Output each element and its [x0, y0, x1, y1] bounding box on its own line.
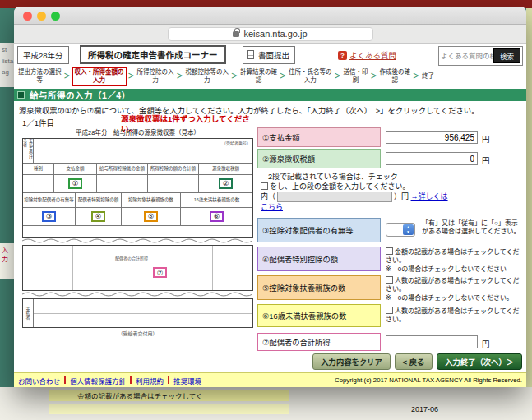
step-submission-method[interactable]: 提出方法の選択等 [16, 67, 63, 85]
slip-header: 種別 [23, 164, 54, 174]
dependents-checkbox[interactable] [386, 276, 393, 284]
step-deductions[interactable]: 所得控除の入力 [136, 67, 176, 85]
desktop-fragment-left-small: 入力 [0, 243, 14, 279]
step-income-input[interactable]: 収入・所得金額の入力 [72, 67, 127, 86]
zoom-button[interactable] [51, 12, 60, 21]
browser-urlbar: keisan.nta.go.jp [14, 25, 526, 44]
spouse-income-input[interactable] [386, 335, 478, 348]
step-separator: ＞ [280, 72, 286, 81]
search-button[interactable]: 検索 [493, 48, 520, 63]
slip-header: 給与所得控除後の金額 [97, 164, 148, 174]
slip-marker-1: ① [68, 178, 82, 189]
withholding-label: ②源泉徴収税額 [257, 149, 381, 168]
spouse-special-checkbox[interactable] [386, 247, 393, 255]
section-title: 給与所得の入力（1／4） [30, 89, 131, 101]
faq-link[interactable]: よくある質問 [349, 49, 396, 61]
lock-icon [233, 31, 239, 37]
slip-section-1: 支払を受ける者 （受給者番号） 種別 支払金額 給与所得控除後の金額 所得控除の… [22, 138, 253, 238]
slip-payer2-column: 支払者 [23, 299, 34, 327]
footer-separator [130, 376, 132, 384]
pay-amount-label: ①支払金額 [257, 127, 381, 147]
slip-copy-note: （受給者交付用） [22, 330, 253, 337]
stepper-arrows-icon [403, 224, 414, 235]
step-results[interactable]: 計算結果の確認 [238, 67, 279, 85]
yen-unit: 円 [482, 133, 490, 145]
desktop-fragment-bottom-yellow2 [49, 404, 289, 414]
fragment-text: ag [2, 67, 14, 78]
slip-header: 控除対象扶養親族の数 [122, 193, 181, 207]
site-title: 所得税の確定申告書作成コーナー [80, 45, 226, 64]
clear-button[interactable]: 入力内容をクリア [312, 353, 390, 370]
spouse-special-label: ④配偶者特別控除の額 [257, 247, 381, 271]
slip-spouse-income-label: 配偶者の合計所得 [115, 256, 150, 261]
tear-line [22, 238, 253, 245]
under16-note: 人数の記載がある場合はチェックしてください。 [386, 307, 524, 325]
faq-search-box: 検索 [438, 46, 523, 66]
submit-method-label: 書面提出 [243, 46, 295, 64]
footer-link-privacy[interactable]: 個人情報保護方針 [70, 376, 126, 385]
faq-search-input[interactable] [441, 52, 493, 60]
slip-header: 所得控除の額の合計額 [148, 164, 199, 174]
spouse-income-label: ⑦配偶者の合計所得 [257, 333, 381, 351]
page-footer: お問い合わせ 個人情報保護方針 利用規約 推奨環境 Copyright (c) … [14, 372, 526, 387]
step-send-print[interactable]: 送信・印刷 [342, 67, 370, 85]
two-tier-note: 2段で記載されている場合は、チェック をし、上の段の金額を入力してください。 内… [261, 172, 522, 213]
back-button[interactable]: < 戻る [395, 353, 433, 370]
spouse-special-note: 金額の記載がある場合はチェックしてください。 ※ 0の場合はチェックしないでくだ… [386, 247, 524, 274]
slip-marker-7: ⑦ [153, 267, 167, 278]
step-tax-credits[interactable]: 税額控除等の入力 [184, 67, 231, 85]
step-separator: ＞ [335, 72, 341, 81]
slip-section-2: 配偶者の合計所得 ⑦ [22, 245, 253, 291]
question-icon: ? [338, 51, 347, 60]
step-separator: ＞ [231, 72, 238, 81]
year-label: 平成28年分 [17, 46, 69, 64]
slip-title: 平成28年分 給与所得の源泉徴収票（見本） [22, 127, 253, 136]
yen-unit: 円 [482, 155, 490, 166]
fragment-text: 金額の記載がある場合はチェックしてく [77, 390, 203, 400]
two-tier-checkbox[interactable] [261, 182, 268, 190]
detail-link[interactable]: →詳しくは [411, 192, 448, 201]
slip-section-3: 支払者 [22, 298, 253, 328]
footer-link-terms[interactable]: 利用規約 [136, 376, 164, 385]
slip-header: 控除対象配偶者の有無等 [23, 193, 76, 207]
step-address-name[interactable]: 住所・氏名等の入力 [287, 67, 334, 85]
step-navigation: 提出方法の選択等 ＞ 収入・所得金額の入力 ＞ 所得控除の入力 ＞ 税額控除等の… [16, 67, 525, 86]
url-text: keisan.nta.go.jp [243, 29, 307, 39]
desktop-fragment-bottom-yellow: 金額の記載がある場合はチェックしてく [49, 390, 289, 401]
record-count: 1／1件目 [22, 117, 54, 128]
fragment-text: 2017-06 [411, 405, 438, 413]
close-button[interactable] [23, 12, 32, 21]
desktop-fragment-bottom-right: 2017-06 [411, 405, 526, 417]
pay-amount-input[interactable] [386, 131, 478, 144]
minimize-button[interactable] [37, 12, 46, 21]
footer-link-environment[interactable]: 推奨環境 [173, 376, 201, 385]
footer-separator [64, 376, 66, 384]
step-finish[interactable]: 終了 [420, 72, 436, 81]
fragment-text: 入力 [2, 245, 12, 263]
tear-line [22, 291, 253, 298]
slip-marker-5: ⑤ [144, 211, 158, 222]
spouse-status-note: 「有」又は「従有」に「○」表示がある場合は選択してください。 [422, 219, 522, 237]
fragment-text: lista [2, 56, 14, 67]
spouse-status-select[interactable] [386, 223, 415, 237]
step-separator: ＞ [128, 72, 135, 81]
detail-link[interactable]: こちら [261, 203, 283, 211]
slip-marker-4: ④ [91, 211, 105, 222]
dependents-note: 人数の記載がある場合はチェックしてください。 ※ 0の場合はチェックしないでくだ… [386, 276, 524, 302]
fragment-text: st [2, 44, 14, 56]
spouse-status-label: ③控除対象配偶者の有無等 [257, 218, 381, 242]
section-title-bar: 給与所得の入力（1／4） [14, 89, 526, 101]
step-separator: ＞ [177, 72, 183, 81]
url-field[interactable]: keisan.nta.go.jp [168, 27, 373, 41]
step-after-creation[interactable]: 作成後の確認 [378, 67, 413, 85]
slip-header: 源泉徴収税額 [199, 164, 252, 174]
footer-link-contact[interactable]: お問い合わせ [18, 376, 60, 385]
next-button[interactable]: 入力終了（次へ）＞ [437, 353, 522, 370]
under16-checkbox[interactable] [386, 307, 393, 314]
upper-tier-amount-input[interactable] [277, 192, 392, 202]
withholding-input[interactable] [386, 152, 478, 165]
window-titlebar [14, 7, 526, 25]
dependents-label: ⑤控除対象扶養親族の数 [257, 275, 381, 300]
page-content: 平成28年分 所得税の確定申告書作成コーナー 書面提出 ? よくある質問 検索 … [14, 44, 526, 387]
slip-header: 16歳未満扶養親族の数 [181, 193, 252, 207]
